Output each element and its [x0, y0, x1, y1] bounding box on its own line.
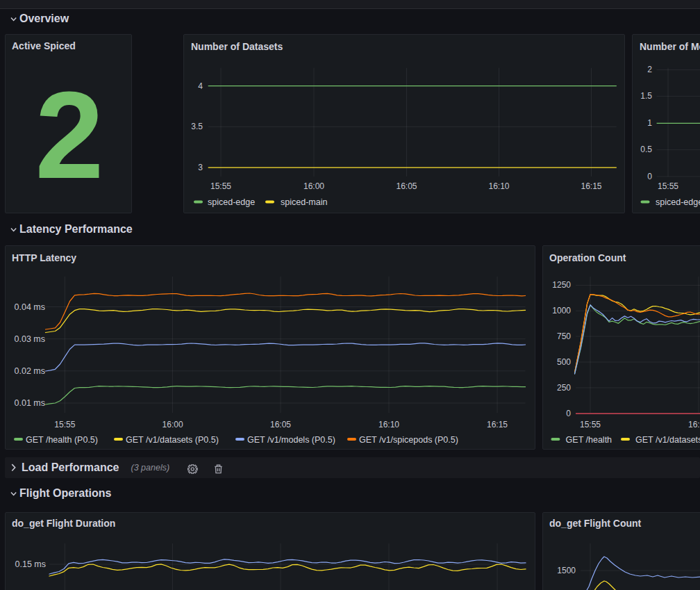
svg-text:16:00: 16:00	[303, 181, 324, 191]
svg-text:0.15 ms: 0.15 ms	[15, 559, 46, 569]
svg-text:GET /v1/datasets (P0.5): GET /v1/datasets (P0.5)	[126, 435, 219, 445]
svg-text:16:15: 16:15	[487, 420, 508, 429]
svg-text:16:10: 16:10	[488, 181, 509, 191]
svg-text:250: 250	[557, 383, 571, 393]
svg-text:1250: 1250	[552, 280, 571, 290]
svg-text:750: 750	[557, 331, 571, 341]
svg-text:0.04 ms: 0.04 ms	[15, 302, 45, 312]
svg-text:GET /health: GET /health	[566, 435, 612, 445]
svg-text:1500: 1500	[557, 566, 576, 575]
svg-text:500: 500	[557, 357, 571, 367]
svg-text:3.5: 3.5	[191, 122, 203, 131]
svg-text:0.5: 0.5	[640, 145, 652, 154]
svg-text:16:05: 16:05	[270, 420, 291, 429]
svg-text:0.02 ms: 0.02 ms	[15, 366, 45, 376]
svg-text:spiced-edge: spiced-edge	[656, 197, 700, 207]
svg-text:Operation Count: Operation Count	[549, 252, 626, 263]
svg-text:0: 0	[647, 172, 652, 181]
svg-text:0: 0	[566, 409, 571, 418]
svg-text:16:05: 16:05	[396, 181, 417, 191]
svg-text:GET /v1/spicepods (P0.5): GET /v1/spicepods (P0.5)	[359, 435, 458, 445]
svg-text:Number of Datasets: Number of Datasets	[191, 41, 283, 52]
svg-text:1000: 1000	[552, 306, 571, 316]
svg-text:4: 4	[198, 81, 203, 91]
svg-text:spiced-edge: spiced-edge	[208, 197, 255, 207]
svg-text:HTTP Latency: HTTP Latency	[12, 252, 76, 263]
svg-text:16:00: 16:00	[162, 420, 183, 429]
svg-text:2: 2	[647, 65, 652, 74]
svg-text:15:55: 15:55	[210, 181, 231, 191]
svg-text:do_get Flight Duration: do_get Flight Duration	[12, 518, 115, 529]
svg-text:2: 2	[35, 66, 104, 204]
svg-text:15:55: 15:55	[54, 420, 75, 429]
svg-text:0.01 ms: 0.01 ms	[15, 398, 45, 408]
svg-text:GET /health (P0.5): GET /health (P0.5)	[26, 435, 98, 445]
svg-text:15:55: 15:55	[658, 181, 678, 191]
svg-text:Active Spiced: Active Spiced	[12, 40, 76, 51]
svg-text:1: 1	[647, 118, 652, 128]
svg-text:1.5: 1.5	[640, 91, 652, 101]
svg-text:Number of Models: Number of Models	[640, 41, 700, 52]
svg-text:15:55: 15:55	[580, 420, 601, 429]
svg-text:spiced-main: spiced-main	[281, 197, 327, 207]
svg-text:do_get Flight Count: do_get Flight Count	[549, 518, 642, 529]
svg-text:16:15: 16:15	[581, 181, 601, 191]
svg-text:16:10: 16:10	[378, 420, 399, 429]
svg-text:GET /v1/datasets: GET /v1/datasets	[635, 435, 700, 445]
svg-text:GET /v1/models (P0.5): GET /v1/models (P0.5)	[247, 435, 335, 445]
svg-text:16:00: 16:00	[688, 420, 700, 429]
svg-text:3: 3	[198, 163, 203, 172]
svg-text:0.03 ms: 0.03 ms	[15, 334, 45, 344]
